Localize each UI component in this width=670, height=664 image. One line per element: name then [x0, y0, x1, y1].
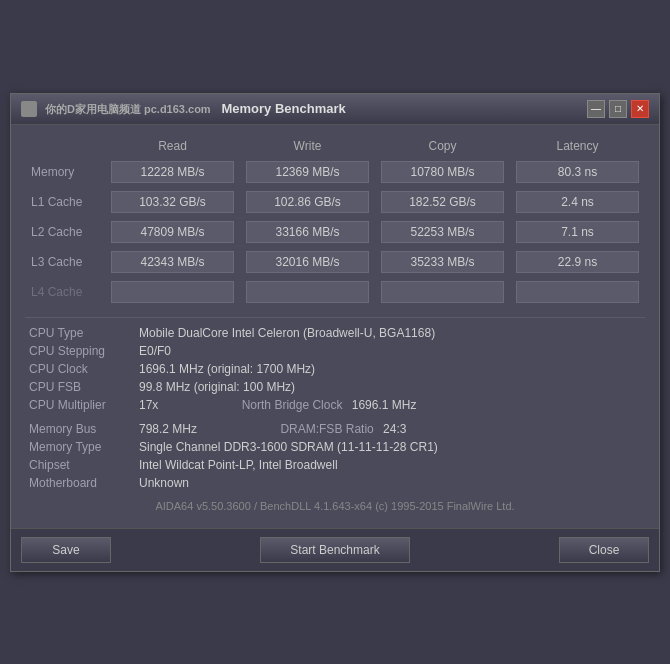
- benchmark-table: Read Write Copy Latency Memory 12228 MB/…: [25, 135, 645, 307]
- memory-read-value: 12228 MB/s: [111, 161, 234, 183]
- start-benchmark-button[interactable]: Start Benchmark: [260, 537, 410, 563]
- title-bar-left: 你的D家用电脑频道 pc.d163.com Memory Benchmark: [21, 101, 346, 117]
- info-row-memory-type: Memory Type Single Channel DDR3-1600 SDR…: [25, 438, 645, 456]
- row-l2-label: L2 Cache: [25, 217, 105, 247]
- l3-latency-value: 22.9 ns: [516, 251, 639, 273]
- cpu-clock-label: CPU Clock: [25, 360, 135, 378]
- info-table: CPU Type Mobile DualCore Intel Celeron (…: [25, 324, 645, 492]
- col-write-header: Write: [240, 135, 375, 157]
- col-latency-header: Latency: [510, 135, 645, 157]
- col-label-header: [25, 135, 105, 157]
- l2-write-value: 33166 MB/s: [246, 221, 369, 243]
- maximize-button[interactable]: □: [609, 100, 627, 118]
- close-button[interactable]: Close: [559, 537, 649, 563]
- info-row-cpu-type: CPU Type Mobile DualCore Intel Celeron (…: [25, 324, 645, 342]
- chipset-label: Chipset: [25, 456, 135, 474]
- l3-read-value: 42343 MB/s: [111, 251, 234, 273]
- info-row-cpu-stepping: CPU Stepping E0/F0: [25, 342, 645, 360]
- l4-copy-value: [381, 281, 504, 303]
- l1-write-value: 102.86 GB/s: [246, 191, 369, 213]
- col-copy-header: Copy: [375, 135, 510, 157]
- memory-bus-value: 798.2 MHz: [139, 422, 197, 436]
- cpu-stepping-label: CPU Stepping: [25, 342, 135, 360]
- window-title-main: Memory Benchmark: [221, 101, 345, 116]
- row-l1-label: L1 Cache: [25, 187, 105, 217]
- row-l3-label: L3 Cache: [25, 247, 105, 277]
- l4-latency-value: [516, 281, 639, 303]
- title-controls: — □ ✕: [587, 100, 649, 118]
- table-row: L1 Cache 103.32 GB/s 102.86 GB/s 182.52 …: [25, 187, 645, 217]
- cpu-multiplier-value: 17x: [139, 398, 158, 412]
- cpu-stepping-value: E0/F0: [135, 342, 645, 360]
- cpu-type-label: CPU Type: [25, 324, 135, 342]
- info-row-cpu-multiplier: CPU Multiplier 17x North Bridge Clock 16…: [25, 396, 645, 414]
- l4-read-value: [111, 281, 234, 303]
- window-icon: [21, 101, 37, 117]
- memory-bus-label: Memory Bus: [25, 420, 135, 438]
- l3-write-value: 32016 MB/s: [246, 251, 369, 273]
- memory-type-value: Single Channel DDR3-1600 SDRAM (11-11-11…: [135, 438, 645, 456]
- title-bar: 你的D家用电脑频道 pc.d163.com Memory Benchmark —…: [11, 94, 659, 125]
- info-row-motherboard: Motherboard Unknown: [25, 474, 645, 492]
- memory-latency-value: 80.3 ns: [516, 161, 639, 183]
- info-row-cpu-fsb: CPU FSB 99.8 MHz (original: 100 MHz): [25, 378, 645, 396]
- cpu-clock-value: 1696.1 MHz (original: 1700 MHz): [135, 360, 645, 378]
- north-bridge-label: North Bridge Clock: [242, 398, 343, 412]
- l3-copy-value: 35233 MB/s: [381, 251, 504, 273]
- l2-copy-value: 52253 MB/s: [381, 221, 504, 243]
- col-read-header: Read: [105, 135, 240, 157]
- table-row: L4 Cache: [25, 277, 645, 307]
- title-prefix: 你的D家用电脑频道 pc.d163.com: [45, 103, 211, 115]
- bottom-bar: Save Start Benchmark Close: [11, 528, 659, 571]
- memory-type-label: Memory Type: [25, 438, 135, 456]
- l1-read-value: 103.32 GB/s: [111, 191, 234, 213]
- close-title-button[interactable]: ✕: [631, 100, 649, 118]
- memory-copy-value: 10780 MB/s: [381, 161, 504, 183]
- content-area: Read Write Copy Latency Memory 12228 MB/…: [11, 125, 659, 528]
- dram-fsb-value: 24:3: [383, 422, 406, 436]
- footer-note: AIDA64 v5.50.3600 / BenchDLL 4.1.643-x64…: [25, 496, 645, 518]
- motherboard-label: Motherboard: [25, 474, 135, 492]
- minimize-button[interactable]: —: [587, 100, 605, 118]
- l1-copy-value: 182.52 GB/s: [381, 191, 504, 213]
- save-button[interactable]: Save: [21, 537, 111, 563]
- cpu-fsb-label: CPU FSB: [25, 378, 135, 396]
- table-row: L3 Cache 42343 MB/s 32016 MB/s 35233 MB/…: [25, 247, 645, 277]
- table-row: Memory 12228 MB/s 12369 MB/s 10780 MB/s …: [25, 157, 645, 187]
- row-l4-label: L4 Cache: [25, 277, 105, 307]
- chipset-value: Intel Wildcat Point-LP, Intel Broadwell: [135, 456, 645, 474]
- info-row-cpu-clock: CPU Clock 1696.1 MHz (original: 1700 MHz…: [25, 360, 645, 378]
- l2-read-value: 47809 MB/s: [111, 221, 234, 243]
- table-row: L2 Cache 47809 MB/s 33166 MB/s 52253 MB/…: [25, 217, 645, 247]
- cpu-type-value: Mobile DualCore Intel Celeron (Broadwell…: [135, 324, 645, 342]
- cpu-fsb-value: 99.8 MHz (original: 100 MHz): [135, 378, 645, 396]
- l1-latency-value: 2.4 ns: [516, 191, 639, 213]
- info-row-memory-bus: Memory Bus 798.2 MHz DRAM:FSB Ratio 24:3: [25, 420, 645, 438]
- row-memory-label: Memory: [25, 157, 105, 187]
- dram-fsb-label: DRAM:FSB Ratio: [280, 422, 373, 436]
- l2-latency-value: 7.1 ns: [516, 221, 639, 243]
- motherboard-value: Unknown: [135, 474, 645, 492]
- section-divider: [25, 317, 645, 318]
- window-title: 你的D家用电脑频道 pc.d163.com Memory Benchmark: [45, 101, 346, 117]
- info-row-chipset: Chipset Intel Wildcat Point-LP, Intel Br…: [25, 456, 645, 474]
- main-window: 你的D家用电脑频道 pc.d163.com Memory Benchmark —…: [10, 93, 660, 572]
- memory-write-value: 12369 MB/s: [246, 161, 369, 183]
- l4-write-value: [246, 281, 369, 303]
- cpu-multiplier-label: CPU Multiplier: [25, 396, 135, 414]
- north-bridge-value: 1696.1 MHz: [352, 398, 417, 412]
